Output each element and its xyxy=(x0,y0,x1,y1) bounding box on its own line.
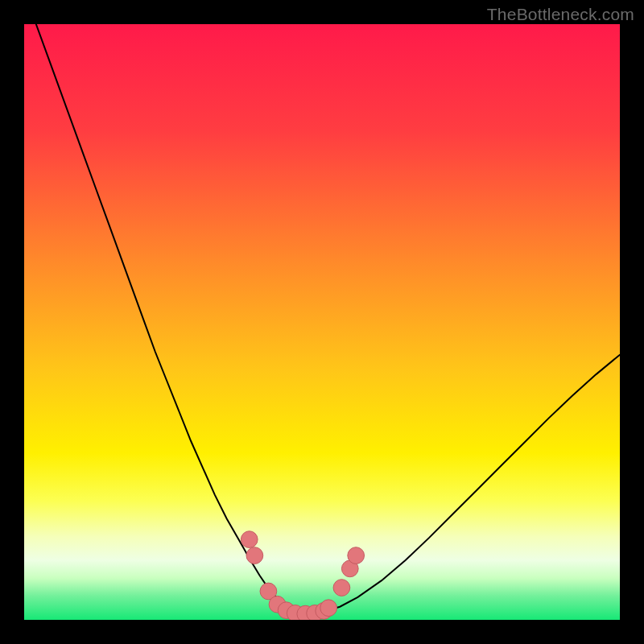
marker-dot xyxy=(348,547,365,564)
marker-dot xyxy=(333,580,350,597)
plot-area xyxy=(24,24,620,620)
watermark-text: TheBottleneck.com xyxy=(487,5,634,24)
chart-frame: TheBottleneck.com xyxy=(0,0,644,644)
marker-dot xyxy=(241,531,258,548)
marker-dot xyxy=(320,600,337,617)
marker-dot xyxy=(246,547,263,564)
marker-dots xyxy=(24,24,620,620)
